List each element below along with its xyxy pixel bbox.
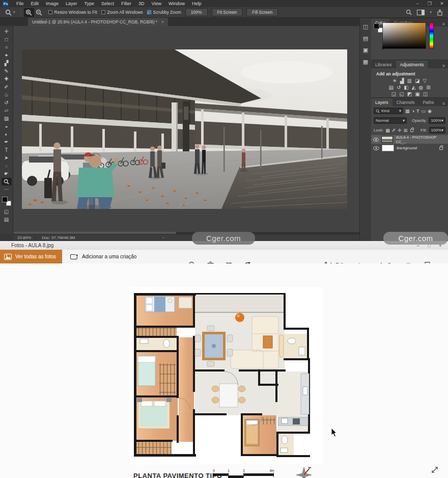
expand-icon[interactable] — [431, 466, 439, 474]
resize-windows-checkbox[interactable] — [48, 10, 52, 14]
layer-filter-kind-select[interactable]: Kind ▾ — [374, 108, 403, 114]
gradient-map-adjustment-icon[interactable]: ▣ — [415, 91, 419, 97]
hue-slider[interactable] — [429, 22, 434, 49]
clone-stamp-tool[interactable]: ♨ — [2, 91, 12, 99]
exposure-adjustment-icon[interactable]: ◪ — [415, 77, 419, 84]
zoom-tool-icon[interactable] — [3, 8, 13, 17]
lock-all-icon[interactable] — [410, 129, 413, 132]
history-brush-tool[interactable]: ↺ — [2, 99, 12, 107]
zoom-in-button[interactable] — [24, 8, 34, 17]
dodge-tool[interactable]: ◐ — [2, 130, 12, 139]
blur-tool[interactable]: ◒ — [2, 122, 12, 130]
zoom-100-button[interactable]: 100% — [185, 8, 208, 16]
opacity-field[interactable]: 100% ▾ — [429, 117, 445, 124]
lasso-tool[interactable]: ○ — [2, 43, 12, 51]
menu-select[interactable]: Select — [98, 1, 118, 6]
vibrance-adjustment-icon[interactable]: ▽ — [423, 77, 427, 84]
move-tool[interactable]: ✛ — [2, 28, 12, 36]
photo-filter-adjustment-icon[interactable]: ◭ — [412, 84, 416, 91]
properties-panel-icon[interactable]: ▤ — [363, 35, 368, 42]
bw-adjustment-icon[interactable]: ◧ — [404, 84, 408, 91]
history-panel-icon[interactable]: ◫ — [363, 23, 368, 30]
share-icon[interactable] — [437, 9, 443, 16]
scrubby-zoom-checkbox[interactable]: ✓ — [147, 10, 151, 14]
tab-channels[interactable]: Channels — [393, 98, 419, 106]
pen-tool[interactable]: ✒ — [2, 138, 12, 146]
lock-position-icon[interactable]: ✛ — [398, 128, 402, 133]
menu-type[interactable]: Type — [81, 1, 98, 6]
document-tab[interactable]: Untitled-1 @ 20.9% (AULA 4 - PHOTOSHOP C… — [28, 18, 168, 26]
tab-libraries[interactable]: Libraries — [371, 61, 396, 68]
filter-type-layers-icon[interactable]: T — [416, 109, 419, 114]
quick-mask-icon[interactable]: ◱ — [2, 208, 12, 216]
workspace-caret-icon[interactable]: ▾ — [430, 10, 432, 14]
fill-screen-button[interactable]: Fill Screen — [246, 8, 278, 16]
curves-adjustment-icon[interactable]: ▥ — [407, 77, 412, 84]
add-to-creation-button[interactable]: Adicionar a uma criação — [62, 254, 145, 260]
fit-screen-button[interactable]: Fit Screen — [212, 8, 243, 16]
info-panel-icon[interactable]: ▣ — [363, 47, 368, 54]
character-panel-icon[interactable]: ▦ — [363, 59, 368, 65]
menu-layer[interactable]: Layer — [62, 1, 81, 6]
color-lookup-adjustment-icon[interactable]: ⊞ — [426, 84, 430, 91]
color-panel-swatches[interactable] — [374, 23, 383, 33]
menu-filter[interactable]: Filter — [118, 1, 135, 6]
panel-menu-icon[interactable]: ≡ — [442, 101, 448, 106]
fill-field[interactable]: 100% ▾ — [429, 127, 445, 134]
lock-transparency-icon[interactable]: ▩ — [385, 128, 390, 133]
screen-mode-icon[interactable]: ▤ — [2, 216, 12, 224]
status-zoom-level[interactable]: 20.89% — [13, 235, 36, 240]
layer-row-aula4[interactable]: AULA 4 - PHOTOSHOP CC_... — [371, 135, 448, 144]
tab-paths[interactable]: Paths — [418, 98, 438, 106]
visibility-eye-icon[interactable] — [373, 138, 379, 142]
menu-3d[interactable]: 3D — [135, 1, 148, 6]
zoom-tool-selected[interactable] — [2, 178, 12, 186]
zoom-out-button[interactable] — [34, 8, 44, 17]
workspace-icon[interactable] — [417, 10, 425, 15]
color-gradient-field[interactable] — [382, 22, 426, 49]
filter-shape-layers-icon[interactable]: ▭ — [421, 109, 426, 114]
menu-edit[interactable]: Edit — [27, 1, 43, 6]
layer-thumbnail[interactable] — [381, 136, 393, 143]
filter-pixel-layers-icon[interactable]: ▦ — [405, 109, 410, 114]
quick-selection-tool[interactable]: ✦ — [2, 51, 12, 60]
menu-image[interactable]: Image — [42, 1, 62, 6]
status-arrow-icon[interactable]: › — [163, 235, 164, 240]
zoom-all-checkbox[interactable] — [101, 10, 105, 14]
blend-mode-select[interactable]: Normal ▾ — [374, 117, 407, 124]
filter-adjustment-layers-icon[interactable]: ◑ — [412, 109, 414, 114]
visibility-eye-icon[interactable] — [373, 146, 379, 150]
channel-mixer-adjustment-icon[interactable]: ◍ — [418, 84, 423, 91]
tool-preset-caret-icon[interactable]: ▾ — [13, 10, 15, 14]
view-all-photos-button[interactable]: Ver todas as fotos — [0, 250, 62, 263]
search-icon[interactable] — [406, 9, 412, 15]
panel-menu-icon[interactable]: ≡ — [442, 63, 448, 68]
menu-file[interactable]: File — [13, 1, 27, 6]
color-balance-adjustment-icon[interactable]: ↺ — [397, 84, 401, 91]
edit-toolbar-icon[interactable]: ⋯ — [2, 185, 12, 194]
shape-tool[interactable]: ◌ — [2, 162, 12, 170]
lock-pixels-icon[interactable]: ✐ — [392, 128, 396, 133]
layer-row-background[interactable]: Background — [371, 144, 448, 152]
brush-tool[interactable]: ✐ — [2, 83, 12, 91]
lock-artboard-icon[interactable]: ⊞ — [404, 128, 408, 133]
hand-tool[interactable]: ☛ — [2, 170, 12, 178]
eyedropper-tool[interactable]: ✎ — [2, 67, 12, 75]
levels-adjustment-icon[interactable]: ▟ — [400, 77, 404, 84]
eraser-tool[interactable]: ▱ — [2, 107, 12, 115]
gradient-tool[interactable]: ▨ — [2, 115, 12, 123]
panel-menu-icon[interactable]: ≡ — [442, 21, 448, 26]
filter-smart-objects-icon[interactable]: ◉ — [428, 109, 432, 114]
menu-view[interactable]: View — [148, 1, 165, 6]
foreground-color-swatch[interactable] — [2, 197, 8, 202]
brightness-adjustment-icon[interactable]: ☀ — [393, 77, 397, 84]
posterize-adjustment-icon[interactable]: ◱ — [399, 91, 404, 97]
threshold-adjustment-icon[interactable]: ◩ — [407, 91, 412, 97]
crop-tool[interactable]: ▞ — [2, 59, 12, 67]
tab-layers[interactable]: Layers — [371, 98, 393, 106]
foreground-background-swatches[interactable] — [2, 197, 11, 206]
marquee-tool[interactable]: □ — [2, 36, 12, 44]
selective-color-adjustment-icon[interactable]: ◫ — [423, 91, 428, 97]
minimize-button[interactable]: – — [411, 1, 424, 6]
tab-adjustments[interactable]: Adjustments — [396, 61, 428, 68]
